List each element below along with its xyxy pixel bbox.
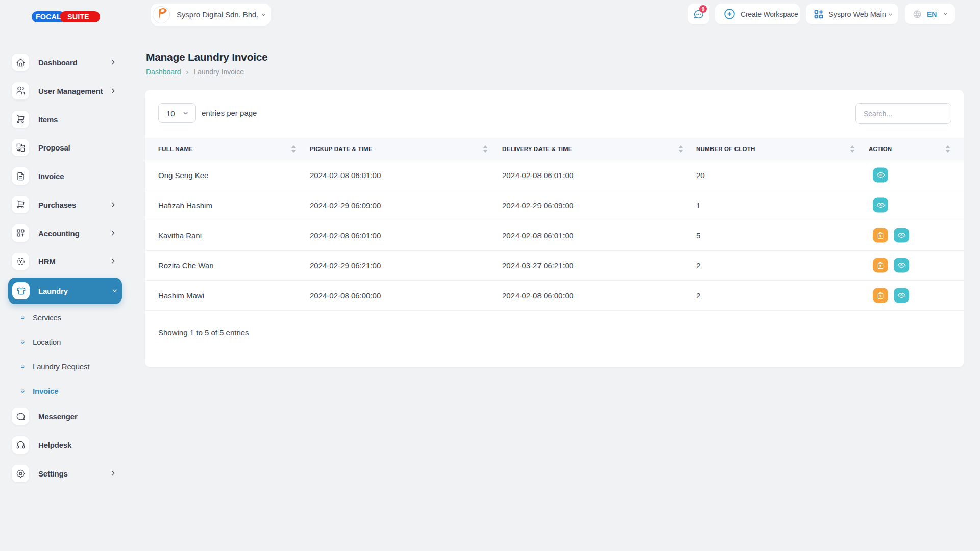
svg-text:$: $: [879, 294, 881, 297]
svg-text:$: $: [879, 234, 881, 237]
svg-text:$: $: [879, 264, 881, 267]
